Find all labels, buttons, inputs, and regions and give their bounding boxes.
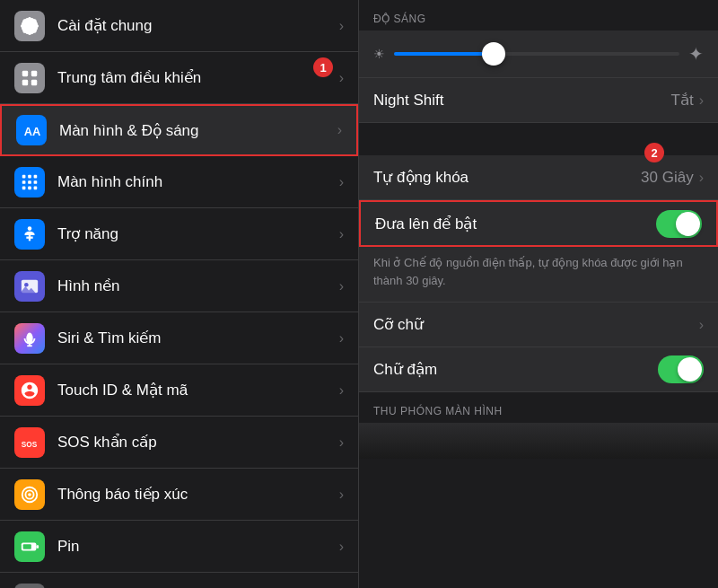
menu-item-sos[interactable]: SOS SOS khẩn cấp › xyxy=(0,417,358,469)
left-panel: Cài đặt chung › Trung tâm điều khiển › 1… xyxy=(0,0,359,588)
badge-2: 2 xyxy=(644,143,664,162)
svg-rect-10 xyxy=(28,180,31,184)
thong-bao-icon xyxy=(14,479,45,510)
menu-item-touch-id[interactable]: Touch ID & Mật mã › xyxy=(0,364,358,417)
co-chu-chevron: › xyxy=(699,317,704,333)
tro-nang-label: Trợ năng xyxy=(57,224,339,243)
trung-tam-icon xyxy=(14,63,45,93)
siri-label: Siri & Tìm kiếm xyxy=(57,329,339,347)
night-shift-value: Tắt xyxy=(671,91,694,110)
cai-dat-chung-label: Cài đặt chung xyxy=(57,16,339,35)
chu-dam-row[interactable]: Chữ đậm xyxy=(359,347,718,392)
man-hinh-chinh-chevron: › xyxy=(339,174,344,190)
menu-item-siri[interactable]: Siri & Tìm kiếm › xyxy=(0,312,358,364)
cai-dat-chung-chevron: › xyxy=(339,18,344,34)
tro-nang-chevron: › xyxy=(339,226,344,242)
brightness-low-icon: ☀ xyxy=(373,47,385,61)
brightness-slider-track[interactable] xyxy=(394,52,679,56)
brightness-slider-fill xyxy=(394,52,494,56)
tu-dong-khoa-value: 30 Giây xyxy=(641,169,694,187)
do-sang-header: ĐỘ SÁNG xyxy=(359,0,718,31)
svg-rect-8 xyxy=(34,174,38,178)
svg-rect-14 xyxy=(34,186,38,189)
chu-dam-toggle[interactable] xyxy=(658,355,704,383)
chu-dam-label: Chữ đậm xyxy=(373,360,658,379)
menu-item-tro-nang[interactable]: Trợ năng › xyxy=(0,208,358,260)
touch-id-icon xyxy=(14,375,45,406)
dua-len-de-bat-knob xyxy=(676,212,700,236)
menu-item-trung-tam[interactable]: Trung tâm điều khiển › 1 xyxy=(0,52,358,104)
touch-id-chevron: › xyxy=(339,382,344,399)
thong-bao-label: Thông báo tiếp xúc xyxy=(57,485,339,504)
svg-text:AA: AA xyxy=(24,125,41,138)
pin-icon xyxy=(14,531,45,562)
svg-rect-1 xyxy=(22,70,28,75)
description-text: Khi ở Chế độ nguồn điện thấp, tự động kh… xyxy=(359,247,718,303)
dua-len-de-bat-label: Đưa lên để bật xyxy=(375,215,656,233)
hinh-nen-label: Hình nền xyxy=(57,276,339,295)
dua-len-de-bat-toggle[interactable] xyxy=(656,210,702,238)
svg-rect-12 xyxy=(22,186,26,189)
cai-dat-chung-icon xyxy=(14,11,45,41)
svg-rect-7 xyxy=(28,174,31,178)
separator-1 xyxy=(359,123,718,155)
pin-label: Pin xyxy=(57,538,339,556)
svg-rect-28 xyxy=(36,545,39,549)
siri-chevron: › xyxy=(339,330,344,347)
svg-rect-6 xyxy=(22,174,26,178)
badge-1: 1 xyxy=(313,57,333,77)
thu-phong-header: THU PHÓNG MÀN HÌNH xyxy=(359,392,718,423)
menu-item-cai-dat-chung[interactable]: Cài đặt chung › xyxy=(0,0,358,52)
brightness-high-icon: ✦ xyxy=(688,43,704,65)
man-hinh-chinh-icon xyxy=(14,167,45,197)
right-panel: ĐỘ SÁNG ☀ ✦ Night Shift Tắt › Tự động kh… xyxy=(359,0,718,588)
svg-rect-2 xyxy=(31,70,37,75)
co-chu-row[interactable]: Cỡ chữ › xyxy=(359,303,718,347)
tu-dong-khoa-label: Tự động khóa xyxy=(373,168,641,187)
tro-nang-icon xyxy=(14,219,45,250)
svg-rect-13 xyxy=(28,186,31,189)
man-hinh-label: Màn hình & Độ sáng xyxy=(59,121,337,140)
svg-point-19 xyxy=(24,282,29,286)
menu-item-man-hinh-chinh[interactable]: Màn hình chính › xyxy=(0,156,358,208)
siri-icon xyxy=(14,323,45,354)
night-shift-row[interactable]: Night Shift Tắt › xyxy=(359,78,718,123)
quyen-rieng-tu-icon xyxy=(14,584,45,589)
svg-point-15 xyxy=(28,226,32,231)
svg-rect-11 xyxy=(34,180,38,184)
night-shift-chevron: › xyxy=(699,92,704,109)
trung-tam-chevron: › xyxy=(339,70,344,86)
menu-item-quyen-rieng-tu[interactable]: Quyền riêng tư › xyxy=(0,573,358,588)
fade-bottom xyxy=(359,423,718,459)
brightness-slider-thumb[interactable] xyxy=(482,42,505,66)
dua-len-de-bat-row[interactable]: Đưa lên để bật xyxy=(359,200,718,247)
chu-dam-knob xyxy=(678,357,702,382)
man-hinh-chevron: › xyxy=(337,122,342,138)
hinh-nen-chevron: › xyxy=(339,278,344,294)
menu-item-thong-bao[interactable]: Thông báo tiếp xúc › xyxy=(0,469,358,521)
sos-chevron: › xyxy=(339,434,344,451)
hinh-nen-icon xyxy=(14,271,45,302)
menu-item-man-hinh[interactable]: AA Màn hình & Độ sáng › xyxy=(0,104,358,156)
trung-tam-label: Trung tâm điều khiển xyxy=(57,68,339,87)
svg-rect-4 xyxy=(31,79,37,84)
man-hinh-icon: AA xyxy=(16,115,47,145)
night-shift-label: Night Shift xyxy=(373,92,671,110)
pin-chevron: › xyxy=(339,539,344,555)
menu-item-pin[interactable]: Pin › xyxy=(0,521,358,573)
svg-rect-29 xyxy=(23,544,31,549)
co-chu-label: Cỡ chữ xyxy=(373,315,699,334)
man-hinh-chinh-label: Màn hình chính xyxy=(57,173,339,191)
tu-dong-khoa-row[interactable]: Tự động khóa 30 Giây › 2 xyxy=(359,155,718,200)
svg-text:SOS: SOS xyxy=(22,440,38,448)
svg-point-26 xyxy=(28,493,31,496)
touch-id-label: Touch ID & Mật mã xyxy=(57,381,339,399)
menu-item-hinh-nen[interactable]: Hình nền › xyxy=(0,260,358,312)
svg-rect-9 xyxy=(22,180,26,184)
brightness-section: ☀ ✦ xyxy=(359,31,718,78)
sos-icon: SOS xyxy=(14,427,45,458)
sos-label: SOS khẩn cấp xyxy=(57,433,339,452)
tu-dong-khoa-chevron: › xyxy=(699,170,704,186)
svg-rect-3 xyxy=(22,79,28,84)
thong-bao-chevron: › xyxy=(339,487,344,503)
